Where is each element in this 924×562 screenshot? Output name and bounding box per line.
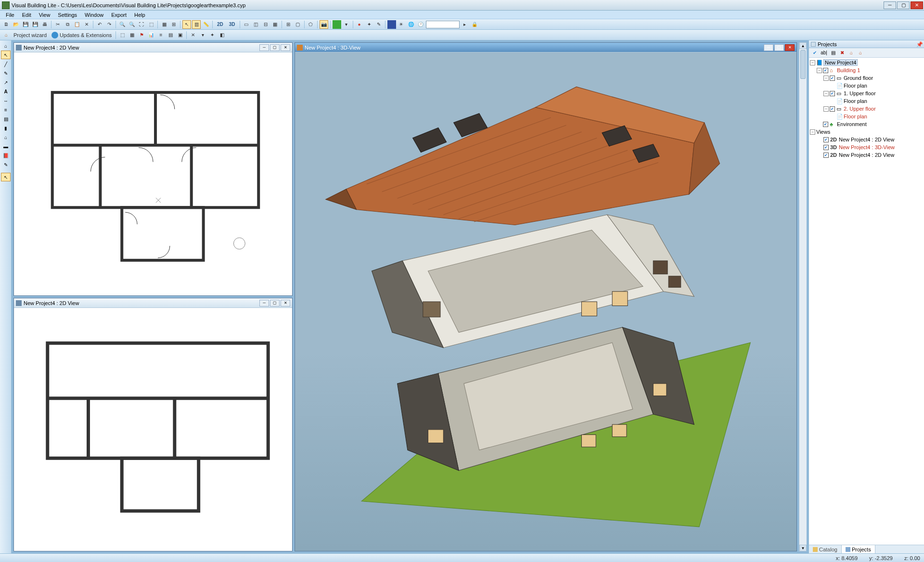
zoom-fit-icon[interactable]: ⛶: [137, 20, 146, 29]
subwin-max-button[interactable]: ▢: [270, 300, 280, 307]
rename-icon[interactable]: ab|: [820, 49, 828, 57]
tab-catalog[interactable]: Catalog: [809, 545, 842, 553]
edit-icon[interactable]: ▾: [198, 31, 207, 39]
save-icon[interactable]: 💾: [21, 20, 30, 29]
lt-building-icon[interactable]: ⌂: [1, 41, 11, 50]
layers-icon[interactable]: ≡: [156, 31, 165, 39]
tree-label[interactable]: New Project4 : 3D-View: [839, 144, 895, 150]
color2-icon[interactable]: ▾: [342, 20, 351, 29]
tree-view-row[interactable]: ✔ 2D New Project4 : 2D View: [810, 151, 923, 159]
globe-icon[interactable]: 🌐: [407, 20, 415, 29]
lt-line-icon[interactable]: ╱: [1, 60, 11, 68]
checkbox[interactable]: ✔: [830, 76, 835, 81]
expand-icon[interactable]: −: [810, 129, 815, 135]
tree-view-row[interactable]: ✔ 2D New Project4 : 2D View: [810, 136, 923, 143]
tree-views[interactable]: − Views: [810, 128, 923, 136]
door-icon[interactable]: ▢: [294, 20, 302, 29]
tree-label[interactable]: New Project4 : 2D View: [839, 152, 894, 158]
chart-icon[interactable]: 📊: [147, 31, 155, 39]
grid-icon[interactable]: ▦: [160, 20, 168, 29]
subwin-titlebar[interactable]: New Project4 : 2D View ─ ▢ ✕: [14, 298, 292, 308]
menu-window[interactable]: Window: [81, 11, 107, 19]
minimize-button[interactable]: ─: [884, 1, 896, 9]
lt-cursor-icon[interactable]: ↖: [1, 173, 11, 181]
project-tree[interactable]: − 📘 New Project4 − ✔ ⌂ Building 1 − ✔ ▭ …: [809, 58, 924, 545]
tree-building[interactable]: − ✔ ⌂ Building 1: [810, 66, 923, 74]
tree-view-row[interactable]: ✔ 3D New Project4 : 3D-View: [810, 143, 923, 151]
updates-button[interactable]: Updates & Extensions: [50, 31, 114, 39]
add-icon[interactable]: ▤: [829, 49, 837, 57]
subwin-min-button[interactable]: ─: [259, 300, 269, 307]
check-icon[interactable]: ✔: [811, 49, 819, 57]
delete-icon[interactable]: ✕: [82, 20, 91, 29]
saveall-icon[interactable]: 💾: [31, 20, 39, 29]
zoom-out-icon[interactable]: 🔍: [128, 20, 136, 29]
wall-tool-icon[interactable]: ▥: [192, 20, 201, 29]
lt-column-icon[interactable]: ▮: [1, 124, 11, 132]
checkbox[interactable]: ✔: [823, 68, 828, 73]
menu-edit[interactable]: Edit: [18, 11, 35, 19]
subwin-max-button[interactable]: ▢: [774, 44, 784, 51]
wand-icon[interactable]: ✦: [365, 20, 373, 29]
menu-help[interactable]: Help: [130, 11, 149, 19]
lt-select-icon[interactable]: ↖: [1, 51, 11, 59]
tree-floorplan[interactable]: 📄 Floor plan: [810, 113, 923, 120]
floor-tool-icon[interactable]: ⬚: [118, 31, 127, 39]
tree-label[interactable]: Building 1: [837, 67, 860, 73]
eraser-icon[interactable]: ◧: [218, 31, 226, 39]
maximize-button[interactable]: ▢: [897, 1, 910, 9]
copy-icon[interactable]: ⧉: [63, 20, 72, 29]
checkbox[interactable]: ✔: [823, 137, 829, 142]
tools-icon[interactable]: ✕: [189, 31, 197, 39]
expand-icon[interactable]: −: [810, 60, 815, 65]
workspace-scrollbar[interactable]: ▲ ▼: [799, 42, 807, 551]
select-icon[interactable]: ↖: [182, 20, 191, 29]
lt-wall-icon[interactable]: ▬: [1, 142, 11, 151]
menu-file[interactable]: File: [2, 11, 18, 19]
sphere-icon[interactable]: ●: [355, 20, 364, 29]
tree-upper1[interactable]: − ✔ ▭ 1. Upper floor: [810, 89, 923, 97]
tree-upper2[interactable]: − ✔ ▭ 2. Upper floor: [810, 105, 923, 113]
pin-icon[interactable]: 📌: [916, 41, 922, 47]
home1-icon[interactable]: ⌂: [847, 49, 855, 57]
scroll-down-icon[interactable]: ▼: [799, 545, 807, 551]
tree-root[interactable]: − 📘 New Project4: [810, 59, 923, 66]
calendar-icon[interactable]: [387, 20, 396, 29]
zoom-window-icon[interactable]: ⬚: [147, 20, 155, 29]
ortho-icon[interactable]: ⊞: [169, 20, 178, 29]
color1-icon[interactable]: [333, 20, 341, 29]
window-icon[interactable]: ⊞: [284, 20, 293, 29]
tree-label[interactable]: New Project4: [823, 59, 858, 66]
tree-label[interactable]: Floor plan: [844, 114, 867, 119]
wand2-icon[interactable]: ✦: [208, 31, 217, 39]
tree-label[interactable]: Views: [816, 129, 830, 135]
layout3-icon[interactable]: ⊟: [261, 20, 270, 29]
lt-pen-icon[interactable]: ✎: [1, 69, 11, 77]
lock-icon[interactable]: 🔒: [470, 20, 479, 29]
print-icon[interactable]: 🖶: [40, 20, 49, 29]
tree-floorplan[interactable]: 📄 Floor plan: [810, 82, 923, 89]
subwin-titlebar[interactable]: New Project4 : 2D View ─ ▢ ✕: [14, 43, 292, 52]
menu-settings[interactable]: Settings: [54, 11, 81, 19]
refresh-icon[interactable]: ▸: [461, 20, 469, 29]
tree-label[interactable]: Ground floor: [844, 75, 873, 81]
floorplan-canvas-2[interactable]: [14, 308, 292, 551]
redo-icon[interactable]: ↷: [105, 20, 114, 29]
menu-view[interactable]: View: [35, 11, 54, 19]
2d-button[interactable]: 2D: [215, 20, 226, 29]
lt-measure-icon[interactable]: ✎: [1, 160, 11, 169]
tree-label[interactable]: New Project4 : 2D View: [839, 137, 894, 142]
checkbox[interactable]: ✔: [823, 145, 829, 150]
expand-icon[interactable]: −: [823, 76, 829, 81]
scroll-thumb[interactable]: [800, 50, 806, 79]
home2-icon[interactable]: ⌂: [857, 49, 864, 57]
paste-icon[interactable]: 📋: [73, 20, 81, 29]
expand-icon[interactable]: −: [817, 68, 822, 73]
lt-arrow-icon[interactable]: ↗: [1, 78, 11, 87]
subwin-close-button[interactable]: ✕: [281, 44, 290, 51]
expand-icon[interactable]: −: [823, 106, 829, 112]
subwin-min-button[interactable]: ─: [259, 44, 269, 51]
lt-list-icon[interactable]: ≡: [1, 105, 11, 114]
lt-book-icon[interactable]: 📕: [1, 151, 11, 160]
floorplan-canvas-1[interactable]: [14, 52, 292, 295]
